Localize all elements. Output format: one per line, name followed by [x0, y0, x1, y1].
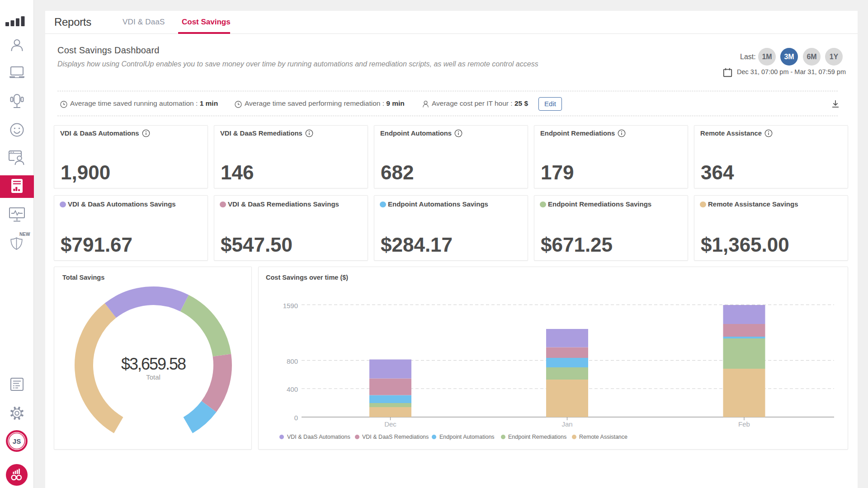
svg-text:400: 400 — [287, 385, 298, 393]
svg-text:0: 0 — [294, 414, 298, 422]
svg-text:800: 800 — [287, 357, 298, 365]
svg-text:JS: JS — [13, 437, 21, 445]
svg-text:Jan: Jan — [561, 420, 572, 428]
svg-text:1590: 1590 — [283, 302, 298, 310]
svg-text:Feb: Feb — [738, 420, 750, 428]
svg-text:$3,659.58: $3,659.58 — [121, 355, 186, 373]
svg-text:Total: Total — [146, 373, 160, 381]
svg-text:Dec: Dec — [384, 420, 396, 428]
